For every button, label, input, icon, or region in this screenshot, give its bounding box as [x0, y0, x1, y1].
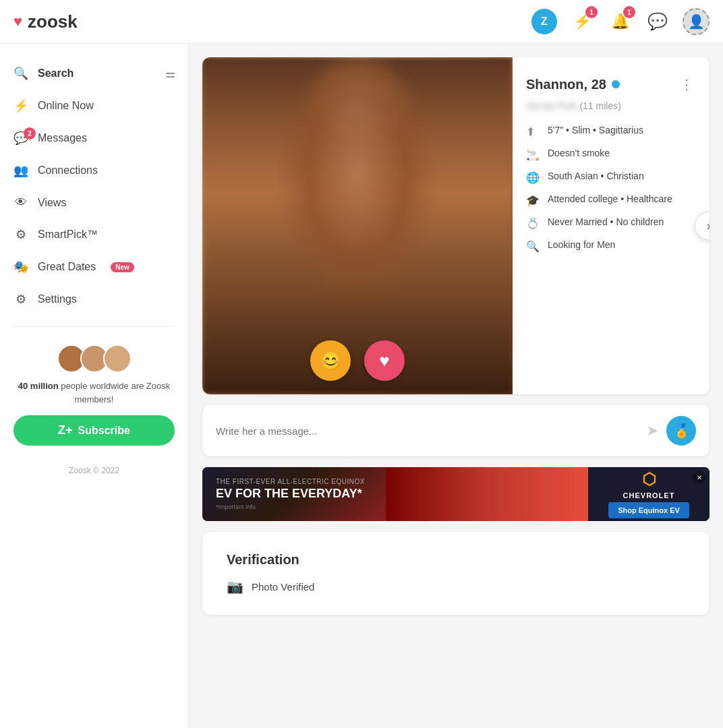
app-layout: 🔍 Search ⚌ ⚡ Online Now 💬 2 Messages 👥 C…	[0, 44, 723, 728]
bell-badge: 1	[623, 6, 635, 18]
send-button[interactable]: ➤	[646, 422, 658, 439]
ad-close-button[interactable]: ✕	[693, 471, 705, 483]
sidebar-item-greatdates[interactable]: 🎭 Great Dates New	[0, 251, 188, 283]
looking-for-icon: 🔍	[526, 240, 540, 253]
sidebar-item-greatdates-label: Great Dates	[38, 261, 96, 273]
promo-avatars	[13, 344, 175, 373]
sidebar-item-online-label: Online Now	[38, 100, 94, 112]
main-content: 😊 ♥ Shannon, 28 ⋮	[189, 44, 723, 728]
detail-ethnicity-text: South Asian • Christian	[548, 171, 644, 181]
physique-icon: ⬆	[526, 125, 540, 138]
coins-button[interactable]: Z	[531, 9, 557, 34]
greatdates-icon: 🎭	[13, 260, 28, 274]
ad-title: THE FIRST-EVER ALL-ELECTRIC EQUINOX	[216, 478, 372, 485]
promo-avatar-3	[103, 344, 132, 373]
chat-button[interactable]: 💬	[645, 9, 670, 34]
photo-verified-text: Photo Verified	[252, 581, 314, 593]
sidebar-item-search-label: Search	[38, 67, 74, 80]
coins-send-icon: 🏅	[673, 423, 690, 439]
location-text: Sensei Park	[526, 100, 577, 111]
sidebar-item-messages[interactable]: 💬 2 Messages	[0, 122, 188, 154]
subscribe-label: Subscribe	[78, 425, 130, 437]
ad-tagline: EV FOR THE EVERYDAY*	[216, 487, 372, 501]
action-buttons: 😊 ♥	[310, 340, 405, 381]
detail-looking-for-text: Looking for Men	[548, 239, 615, 250]
subscribe-button[interactable]: Z+ Subscribe	[13, 415, 175, 446]
detail-physique: ⬆ 5'7" • Slim • Sagittarius	[526, 125, 696, 138]
profile-photo-area: 😊 ♥	[202, 57, 513, 394]
profile-card: 😊 ♥ Shannon, 28 ⋮	[202, 57, 710, 394]
promo-text-part2: people worldwide are Zoosk members!	[59, 381, 170, 404]
lightning-button[interactable]: ⚡ 1	[569, 9, 595, 34]
profile-button[interactable]: 👤	[683, 8, 710, 35]
logo-text: zoosk	[28, 11, 78, 32]
sidebar-item-settings[interactable]: ⚙ Settings	[0, 283, 188, 315]
sidebar-item-connections-label: Connections	[38, 164, 98, 177]
profile-name: Shannon, 28	[526, 77, 620, 92]
promo-text: 40 million people worldwide are Zoosk me…	[13, 380, 175, 406]
ad-content: THE FIRST-EVER ALL-ELECTRIC EQUINOX EV F…	[202, 467, 386, 521]
sidebar-item-smartpick-label: SmartPick™	[38, 229, 98, 241]
lightning-badge: 1	[585, 6, 598, 18]
sidebar-item-messages-label: Messages	[38, 132, 87, 144]
verified-dot-icon	[612, 80, 620, 88]
logo: ♥ zoosk	[13, 11, 78, 32]
app-header: ♥ zoosk Z ⚡ 1 🔔 1 💬 👤	[0, 0, 723, 44]
sidebar-divider	[13, 326, 175, 327]
user-icon: 👤	[688, 13, 705, 30]
sidebar-promo: 40 million people worldwide are Zoosk me…	[0, 338, 188, 452]
sidebar-item-connections[interactable]: 👥 Connections	[0, 154, 188, 187]
sidebar-item-views-label: Views	[38, 197, 66, 209]
detail-education-text: Attended college • Healthcare	[548, 193, 672, 204]
shop-equinox-button[interactable]: Shop Equinox EV	[608, 502, 689, 518]
profile-location: Sensei Park (11 miles)	[526, 100, 696, 111]
chevrolet-text: CHEVROLET	[623, 491, 675, 499]
coins-send-button[interactable]: 🏅	[666, 416, 696, 446]
subscribe-z-icon: Z+	[58, 423, 73, 437]
education-icon: 🎓	[526, 194, 540, 207]
ad-disclaimer: *Important Info	[216, 504, 372, 510]
sidebar: 🔍 Search ⚌ ⚡ Online Now 💬 2 Messages 👥 C…	[0, 44, 189, 728]
ad-car-area	[386, 467, 588, 521]
ad-chevrolet-area: ⬡ CHEVROLET Shop Equinox EV	[588, 467, 710, 521]
heart-button[interactable]: ♥	[364, 340, 405, 381]
more-options-button[interactable]: ⋮	[677, 73, 696, 95]
detail-relationship: 💍 Never Married • No children	[526, 216, 696, 230]
promo-number: 40 million	[18, 381, 59, 391]
sidebar-item-online[interactable]: ⚡ Online Now	[0, 90, 188, 122]
profile-details: ⬆ 5'7" • Slim • Sagittarius 🚬 Doesn't sm…	[526, 125, 696, 253]
smoking-icon: 🚬	[526, 148, 540, 161]
online-icon: ⚡	[13, 98, 28, 113]
camera-icon: 📷	[227, 578, 243, 595]
filter-icon[interactable]: ⚌	[165, 67, 175, 80]
next-profile-button[interactable]: ›	[695, 212, 710, 240]
bell-button[interactable]: 🔔 1	[607, 9, 633, 34]
message-input[interactable]	[216, 425, 638, 437]
sidebar-item-smartpick[interactable]: ⚙ SmartPick™	[0, 218, 188, 251]
detail-relationship-text: Never Married • No children	[548, 216, 664, 227]
profile-info-area: Shannon, 28 ⋮ Sensei Park (11 miles) ⬆ 5…	[513, 57, 710, 394]
profile-card-inner: 😊 ♥ Shannon, 28 ⋮	[202, 57, 710, 394]
header-icons-group: Z ⚡ 1 🔔 1 💬 👤	[531, 8, 710, 35]
send-icon: ➤	[646, 422, 658, 439]
chevrolet-logo: ⬡	[642, 470, 656, 489]
ad-banner: THE FIRST-EVER ALL-ELECTRIC EQUINOX EV F…	[202, 467, 710, 521]
settings-icon: ⚙	[13, 292, 28, 307]
messages-badge: 2	[24, 127, 36, 140]
heart-icon: ♥	[379, 351, 389, 371]
smile-icon: 😊	[320, 351, 341, 371]
new-badge: New	[111, 262, 134, 272]
views-icon: 👁	[13, 195, 28, 210]
profile-name-row: Shannon, 28 ⋮	[526, 73, 696, 95]
detail-smoking: 🚬 Doesn't smoke	[526, 148, 696, 161]
detail-ethnicity: 🌐 South Asian • Christian	[526, 171, 696, 184]
sidebar-item-settings-label: Settings	[38, 293, 77, 305]
sidebar-item-views[interactable]: 👁 Views	[0, 187, 188, 218]
logo-heart-icon: ♥	[13, 13, 22, 30]
smile-button[interactable]: 😊	[310, 340, 351, 381]
verification-card: Verification 📷 Photo Verified	[202, 532, 710, 615]
connections-icon: 👥	[13, 163, 28, 178]
message-area: ➤ 🏅	[202, 405, 710, 456]
sidebar-item-search[interactable]: 🔍 Search ⚌	[0, 57, 188, 90]
detail-looking-for: 🔍 Looking for Men	[526, 239, 696, 253]
